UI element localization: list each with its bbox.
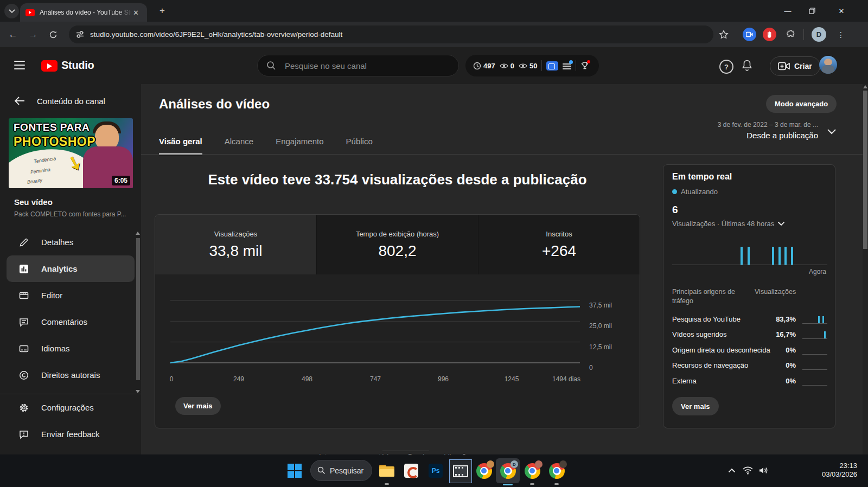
window-close-button[interactable]: ✕ (829, 0, 854, 22)
traffic-row[interactable]: Externa 0% (672, 376, 827, 387)
metric-tempo-exibicao[interactable]: Tempo de exibição (horas) 802,2 (316, 215, 478, 274)
tray-chevron-up-icon[interactable] (728, 468, 736, 473)
sidebar-item-analytics[interactable]: Analytics (7, 255, 135, 282)
sidebar-scrollbar[interactable] (136, 230, 141, 394)
tab-publico[interactable]: Público (346, 130, 373, 153)
reload-button[interactable] (46, 27, 61, 42)
windows-taskbar: Pesquisar Ps D (0, 454, 868, 487)
tab-alcance[interactable]: Alcance (225, 130, 253, 153)
channel-stats-pill[interactable]: 497 0 50 (465, 55, 599, 76)
sidebar-item-comentarios[interactable]: Comentários (0, 309, 141, 335)
notifications-bell-button[interactable] (741, 59, 753, 72)
hamburger-menu-icon[interactable] (14, 61, 25, 69)
metric-inscritos[interactable]: Inscritos +264 (478, 215, 640, 274)
scrollbar-thumb[interactable] (863, 91, 867, 249)
y-tick-label: 0 (589, 364, 593, 371)
chevron-down-icon[interactable] (827, 129, 837, 135)
taskbar-search-label: Pesquisar (330, 466, 363, 475)
realtime-count-text: Visualizações · Últimas 48 horas (672, 220, 774, 228)
bell-icon (741, 59, 753, 72)
tab-engajamento[interactable]: Engajamento (276, 130, 323, 153)
page-scrollbar[interactable] (863, 84, 868, 454)
address-bar[interactable]: studio.youtube.com/video/6JF9E2L_oHk/ana… (69, 25, 713, 43)
taskbar-search[interactable]: Pesquisar (310, 460, 372, 481)
bookmark-star-icon[interactable] (716, 27, 731, 42)
metric-visualizacoes[interactable]: Visualizações 33,8 mil (155, 215, 316, 274)
chrome-profile-1-button[interactable] (476, 463, 492, 479)
keyframe-extension-icon[interactable] (546, 61, 558, 71)
extensions-puzzle-icon[interactable] (783, 27, 799, 42)
window-restore-button[interactable] (800, 0, 825, 22)
sidebar-item-direitos-autorais[interactable]: Direitos autorais (0, 362, 141, 388)
chrome-profile-4-button[interactable] (548, 463, 565, 479)
wifi-icon[interactable] (743, 466, 753, 475)
account-avatar[interactable] (819, 56, 837, 74)
powerpoint-button[interactable] (403, 463, 419, 479)
studio-logo-text[interactable]: Studio (61, 59, 94, 72)
taskbar-clock[interactable]: 23:13 03/03/2026 (822, 462, 857, 479)
photoshop-button[interactable]: Ps (427, 463, 444, 479)
notification-dot (569, 60, 573, 64)
traffic-row[interactable]: Vídeos sugeridos 16,7% (672, 329, 827, 340)
metric-tabs: Visualizações 33,8 mil Tempo de exibição… (155, 215, 640, 274)
create-button[interactable]: Criar (770, 56, 820, 76)
video-thumbnail[interactable]: Tendência Feminina Beauty FONTES PARA PH… (9, 118, 133, 188)
sidebar-item-idiomas[interactable]: Idiomas (0, 335, 141, 362)
traffic-header-right: Visualizações (755, 287, 796, 297)
forward-button[interactable]: → (25, 27, 41, 42)
traffic-source-value: 0% (761, 377, 796, 385)
scrollbar-thumb[interactable] (136, 238, 140, 380)
video-editor-button[interactable] (449, 459, 472, 483)
tab-visao-geral[interactable]: Visão geral (159, 130, 202, 155)
awards-trophy-icon[interactable] (580, 61, 589, 70)
chrome-profile-3-button[interactable] (524, 463, 540, 479)
sidebar-item-enviar-feedback[interactable]: Enviar feedback (0, 421, 141, 447)
video-extension-icon[interactable] (743, 28, 756, 41)
traffic-header: Principais origens de tráfego Visualizaç… (672, 287, 827, 306)
tasks-list-icon[interactable] (563, 62, 571, 69)
search-input[interactable] (284, 61, 438, 71)
back-button[interactable]: ← (5, 27, 21, 42)
realtime-see-more-button[interactable]: Ver mais (672, 397, 719, 415)
window-minimize-button[interactable]: — (775, 0, 800, 22)
start-button[interactable] (286, 463, 303, 479)
views-line-chart[interactable] (170, 296, 580, 368)
browser-menu-icon[interactable]: ⋮ (835, 27, 846, 42)
youtube-logo-icon[interactable] (41, 60, 58, 72)
restore-icon (809, 8, 815, 14)
chrome-profile-2-button[interactable]: D (500, 463, 516, 479)
sidebar-item-label: Idiomas (41, 344, 70, 353)
adblock-extension-icon[interactable] (763, 28, 776, 41)
studio-search[interactable] (257, 55, 459, 76)
sidebar-footer-menu: Configurações Enviar feedback (0, 394, 141, 447)
date-range-picker[interactable]: 3 de fev. de 2022 – 3 de mar. de ... Des… (718, 121, 818, 140)
traffic-source-value: 0% (761, 361, 796, 369)
sidebar-item-editor[interactable]: Editor (0, 282, 141, 309)
browser-profile-avatar[interactable]: D (812, 27, 826, 42)
tab-close-icon[interactable]: ✕ (133, 9, 139, 17)
see-more-button[interactable]: Ver mais (175, 397, 221, 415)
back-to-channel-content[interactable]: Conteúdo do canal (0, 92, 105, 110)
tab-search-button[interactable] (4, 4, 19, 18)
updating-dot-icon (672, 189, 677, 194)
traffic-row[interactable]: Recursos de navegação 0% (672, 360, 827, 371)
advanced-mode-button[interactable]: Modo avançado (766, 95, 837, 113)
file-explorer-button[interactable] (379, 463, 395, 479)
scroll-down-arrow[interactable] (136, 390, 140, 393)
browser-tab[interactable]: Análises do vídeo - YouTube Stu ✕ (20, 3, 147, 22)
new-tab-button[interactable]: + (156, 5, 168, 17)
y-tick-label: 25,0 mil (589, 322, 612, 330)
help-button[interactable]: ? (719, 60, 733, 74)
analytics-bars-icon (18, 264, 29, 274)
realtime-bar-chart[interactable] (672, 235, 827, 265)
traffic-row[interactable]: Pesquisa do YouTube 83,3% (672, 314, 827, 325)
studio-header: Studio 497 0 50 (0, 47, 868, 84)
scroll-up-arrow[interactable] (136, 232, 140, 235)
scroll-up-arrow[interactable] (863, 85, 867, 88)
traffic-row[interactable]: Origem direta ou desconhecida 0% (672, 345, 827, 356)
tune-icon[interactable] (75, 30, 85, 39)
realtime-count-label[interactable]: Visualizações · Últimas 48 horas (672, 220, 785, 228)
sidebar-item-detalhes[interactable]: Detalhes (0, 229, 141, 255)
speaker-icon[interactable] (759, 466, 768, 475)
sidebar-item-configuracoes[interactable]: Configurações (0, 394, 141, 421)
